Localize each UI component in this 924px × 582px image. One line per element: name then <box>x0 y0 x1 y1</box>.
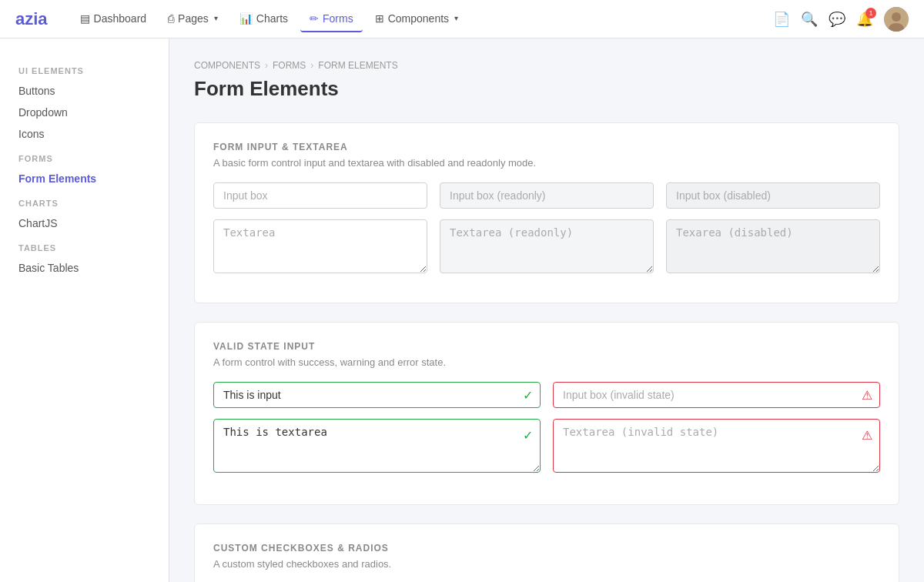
sidebar-item-form-elements[interactable]: Form Elements <box>0 168 169 189</box>
nav-components[interactable]: ⊞ Components ▾ <box>366 6 467 32</box>
breadcrumb-sep-1: › <box>265 60 268 71</box>
charts-icon: 📊 <box>239 12 253 25</box>
breadcrumb-current: FORM ELEMENTS <box>318 60 397 71</box>
sidebar-item-icons[interactable]: Icons <box>0 123 169 145</box>
valid-input-row: ✓ ⚠ <box>213 382 880 408</box>
section-checkboxes: CUSTOM CHECKBOXES & RADIOS A custom styl… <box>194 523 899 582</box>
section-form-input-desc: A basic form control input and textarea … <box>213 157 880 169</box>
input-readonly <box>440 182 654 209</box>
sidebar-section-label-forms: Forms <box>0 145 169 168</box>
avatar-image <box>884 7 909 32</box>
nav-forms[interactable]: ✏ Forms <box>300 6 363 32</box>
textarea-row <box>213 219 880 273</box>
sidebar-section-label-tables: Tables <box>0 234 169 257</box>
forms-icon: ✏ <box>310 12 319 25</box>
section-checkboxes-desc: A custom styled checkboxes and radios. <box>213 558 880 570</box>
sidebar-item-buttons[interactable]: Buttons <box>0 80 169 102</box>
sidebar-item-chartjs[interactable]: ChartJS <box>0 212 169 234</box>
breadcrumb-sep-2: › <box>310 60 313 71</box>
notification-badge: 1 <box>865 8 876 18</box>
nav-dashboard[interactable]: ▤ Dashboard <box>71 6 156 32</box>
topnav-items: ▤ Dashboard ⎙ Pages ▾ 📊 Charts ✏ Forms ⊞… <box>71 6 773 32</box>
valid-textarea[interactable]: This is textarea <box>213 419 541 473</box>
sidebar-section-label-charts: Charts <box>0 189 169 212</box>
layout: UI Elements Buttons Dropdown Icons Forms… <box>0 38 924 582</box>
topnav: azia ▤ Dashboard ⎙ Pages ▾ 📊 Charts ✏ Fo… <box>0 0 924 38</box>
nav-charts[interactable]: 📊 Charts <box>230 6 297 32</box>
valid-input-wrapper: ✓ <box>213 382 541 408</box>
textarea-disabled <box>666 219 880 273</box>
warning-textarea-icon: ⚠ <box>862 428 872 443</box>
nav-pages[interactable]: ⎙ Pages ▾ <box>159 6 227 32</box>
section-valid-state-desc: A form control with success, warning and… <box>213 356 880 368</box>
invalid-input[interactable] <box>553 382 880 408</box>
pages-icon: ⎙ <box>168 12 174 25</box>
input-normal[interactable] <box>213 182 427 209</box>
invalid-textarea-wrapper: ⚠ <box>553 419 880 475</box>
page-title: Form Elements <box>194 77 899 101</box>
sidebar-item-basic-tables[interactable]: Basic Tables <box>0 257 169 279</box>
file-icon-button[interactable]: 📄 <box>773 11 790 28</box>
sidebar-section-ui-elements: UI Elements Buttons Dropdown Icons <box>0 57 169 145</box>
search-button[interactable]: 🔍 <box>801 11 818 28</box>
valid-textarea-wrapper: This is textarea ✓ <box>213 419 541 475</box>
breadcrumb: COMPONENTS › FORMS › FORM ELEMENTS <box>194 60 899 71</box>
warning-icon: ⚠ <box>862 388 872 403</box>
chevron-down-icon: ▾ <box>214 14 218 22</box>
section-valid-state: VALID STATE INPUT A form control with su… <box>194 322 899 505</box>
valid-input[interactable] <box>213 382 541 408</box>
textarea-normal[interactable] <box>213 219 427 273</box>
section-checkboxes-title: CUSTOM CHECKBOXES & RADIOS <box>213 543 880 554</box>
brand-logo[interactable]: azia <box>15 9 48 29</box>
input-row <box>213 182 880 209</box>
breadcrumb-components[interactable]: COMPONENTS <box>194 60 260 71</box>
sidebar-section-label: UI Elements <box>0 57 169 80</box>
notification-button[interactable]: 🔔 1 <box>856 11 873 28</box>
sidebar-item-dropdown[interactable]: Dropdown <box>0 102 169 123</box>
svg-point-1 <box>892 12 901 22</box>
valid-textarea-row: This is textarea ✓ ⚠ <box>213 419 880 475</box>
topnav-right: 📄 🔍 💬 🔔 1 <box>773 7 909 32</box>
checkmark-textarea-icon: ✓ <box>523 428 533 443</box>
invalid-input-wrapper: ⚠ <box>553 382 880 408</box>
invalid-textarea[interactable] <box>553 419 880 473</box>
breadcrumb-forms[interactable]: FORMS <box>273 60 306 71</box>
user-avatar[interactable] <box>884 7 909 32</box>
section-form-input: FORM INPUT & TEXTAREA A basic form contr… <box>194 122 899 303</box>
chat-button[interactable]: 💬 <box>829 11 845 28</box>
components-icon: ⊞ <box>375 12 384 25</box>
sidebar-section-forms: Forms Form Elements <box>0 145 169 189</box>
input-disabled <box>666 182 880 209</box>
sidebar-section-tables: Tables Basic Tables <box>0 234 169 279</box>
sidebar: UI Elements Buttons Dropdown Icons Forms… <box>0 38 169 582</box>
section-form-input-title: FORM INPUT & TEXTAREA <box>213 142 880 152</box>
section-valid-state-title: VALID STATE INPUT <box>213 341 880 352</box>
checkmark-icon: ✓ <box>523 388 533 403</box>
sidebar-section-charts: Charts ChartJS <box>0 189 169 234</box>
main-content: COMPONENTS › FORMS › FORM ELEMENTS Form … <box>169 38 924 582</box>
textarea-readonly <box>440 219 654 273</box>
chevron-down-icon: ▾ <box>454 14 458 22</box>
dashboard-icon: ▤ <box>80 12 90 25</box>
